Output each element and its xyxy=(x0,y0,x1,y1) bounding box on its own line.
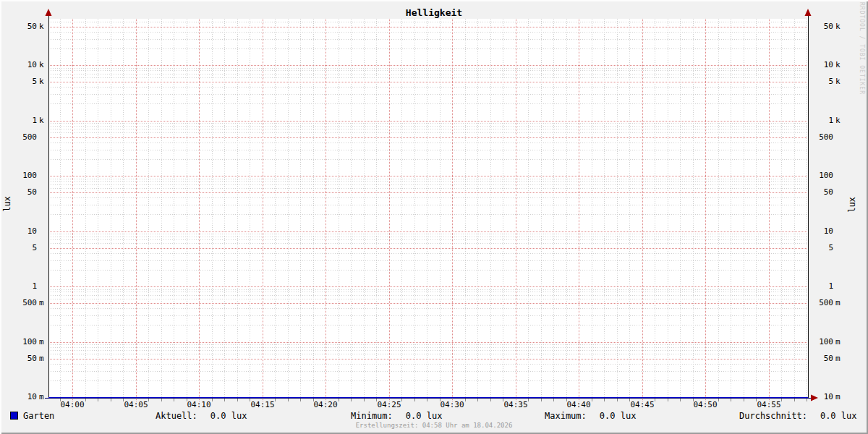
y-axis-label-suffix: m xyxy=(39,337,48,346)
x-axis-label: 04:55 xyxy=(753,400,785,409)
x-axis-label: 04:15 xyxy=(247,400,278,409)
x-axis-label: 04:45 xyxy=(626,400,658,409)
y-axis-label: 500 xyxy=(8,298,37,307)
y-axis-label: 500 xyxy=(812,298,833,307)
y-axis-label-suffix: k xyxy=(39,116,48,125)
stat-label: Aktuell: xyxy=(156,411,197,421)
y-axis-label: 10 xyxy=(812,392,833,401)
stat-maximum: Maximum: 0.0 lux xyxy=(545,411,636,421)
y-axis-label-suffix: m xyxy=(835,354,844,363)
y-axis-label-suffix: m xyxy=(39,298,48,307)
y-axis-label: 1 xyxy=(8,281,37,291)
y-axis-label: 10 xyxy=(8,60,37,69)
y-axis-label: 5 xyxy=(812,243,833,252)
rrdtool-watermark: RRDTOOL / TOBI OETIKER xyxy=(858,2,865,111)
y-axis-label: 5 xyxy=(8,243,37,252)
stat-aktuell: Aktuell: 0.0 lux xyxy=(156,411,247,421)
series-garten-label: Garten xyxy=(23,411,54,421)
y-axis-label: 50 xyxy=(8,22,37,31)
x-axis-label: 04:00 xyxy=(56,400,88,409)
y-axis-label-suffix: m xyxy=(835,298,844,307)
stat-value: 0.0 lux xyxy=(406,411,443,421)
y-axis-label-suffix: k xyxy=(39,60,48,69)
stat-value: 0.0 lux xyxy=(210,411,247,421)
chart-title: Helligkeit xyxy=(0,7,868,18)
plot-area xyxy=(0,0,868,434)
y-axis-label: 5 xyxy=(812,77,833,86)
x-axis-label: 04:10 xyxy=(183,400,215,409)
x-axis-label: 04:40 xyxy=(563,400,595,409)
series-garten-swatch xyxy=(10,412,18,420)
y-axis-title-right: lux xyxy=(847,190,857,219)
y-axis-label: 50 xyxy=(812,187,833,197)
y-axis-label: 50 xyxy=(8,354,37,363)
y-axis-title-left: lux xyxy=(2,190,12,218)
stat-minimum: Minimum: 0.0 lux xyxy=(351,411,442,421)
y-axis-label: 10 xyxy=(8,392,37,401)
x-axis-label: 04:35 xyxy=(500,400,532,409)
y-axis-label: 50 xyxy=(8,187,37,197)
y-axis-label-suffix: m xyxy=(835,392,844,401)
x-axis-label: 04:20 xyxy=(310,400,341,409)
y-axis-label: 100 xyxy=(812,337,833,346)
y-axis-label: 500 xyxy=(812,132,833,142)
y-axis-label: 100 xyxy=(812,171,833,180)
stat-label: Maximum: xyxy=(545,411,587,421)
y-axis-label: 1 xyxy=(812,281,833,291)
y-axis-label: 5 xyxy=(8,77,37,86)
stat-label: Minimum: xyxy=(351,411,393,421)
y-axis-label: 1 xyxy=(812,116,833,125)
y-axis-label-suffix: k xyxy=(835,116,844,125)
stat-value: 0.0 lux xyxy=(600,411,637,421)
stat-label: Durchschnitt: xyxy=(739,411,807,421)
creation-time: Erstellungszeit: 04:58 Uhr am 18.04.2026 xyxy=(0,422,868,429)
x-axis-label: 04:30 xyxy=(436,400,468,409)
y-axis-label-suffix: k xyxy=(835,77,844,86)
y-axis-label-suffix: k xyxy=(39,22,48,31)
y-axis-label: 100 xyxy=(8,171,37,180)
x-axis-label: 04:05 xyxy=(120,400,152,409)
x-axis-label: 04:50 xyxy=(689,400,721,409)
rrdtool-graph: 50k50k10k10k5k5k1k1k50050010010050501010… xyxy=(0,0,868,434)
y-axis-label: 500 xyxy=(8,132,37,142)
y-axis-label: 1 xyxy=(8,116,37,125)
y-axis-label-suffix: k xyxy=(835,22,844,31)
y-axis-label: 50 xyxy=(812,22,833,31)
plot-background xyxy=(48,19,808,398)
y-axis-label-suffix: k xyxy=(835,60,844,69)
y-axis-label-suffix: m xyxy=(835,337,844,346)
x-axis-label: 04:25 xyxy=(373,400,405,409)
y-axis-label: 10 xyxy=(812,226,833,236)
y-axis-label: 100 xyxy=(8,337,37,346)
stat-durchschnitt: Durchschnitt: 0.0 lux xyxy=(739,411,857,421)
y-axis-label-suffix: m xyxy=(39,354,48,363)
y-axis-label: 10 xyxy=(8,226,37,236)
y-axis-label-suffix: k xyxy=(39,77,48,86)
y-axis-label-suffix: m xyxy=(39,392,48,401)
y-axis-label: 50 xyxy=(812,354,833,363)
y-axis-label: 10 xyxy=(812,60,833,69)
stat-value: 0.0 lux xyxy=(820,411,857,421)
